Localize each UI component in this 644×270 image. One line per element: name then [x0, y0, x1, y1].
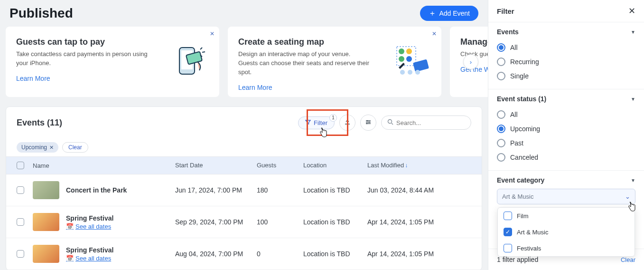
export-button[interactable] [339, 115, 355, 131]
col-start-date[interactable]: Start Date [175, 162, 257, 169]
search-input[interactable] [396, 119, 465, 126]
clear-filters-link[interactable]: Clear [621, 256, 635, 263]
calendar-icon: 📅 [66, 255, 74, 262]
sort-arrow-icon: ↓ [405, 162, 408, 169]
calendar-icon: 📅 [66, 223, 74, 230]
radio-events-single[interactable]: Single [497, 69, 635, 83]
close-panel-button[interactable]: ✕ [628, 6, 635, 16]
checkbox-icon [504, 244, 512, 252]
last-modified: Apr 14, 2024, 1:05 PM [367, 218, 471, 226]
chevron-right-icon: › [470, 58, 472, 66]
card-desc: Take contactless card payments in person… [16, 50, 149, 68]
learn-more-link[interactable]: Learn More [238, 84, 272, 91]
table-row[interactable]: Spring Festival 📅See all dates Sep 29, 2… [6, 206, 482, 238]
radio-icon [497, 125, 505, 133]
upload-icon [344, 119, 351, 127]
svg-point-12 [367, 120, 368, 121]
event-thumbnail [33, 181, 59, 199]
col-guests[interactable]: Guests [257, 162, 303, 169]
card-title: Guests can tap to pay [16, 37, 149, 47]
radio-events-recurring[interactable]: Recurring [497, 55, 635, 69]
select-all-checkbox[interactable] [17, 162, 24, 169]
table-header: Name Start Date Guests Location Last Mod… [6, 156, 482, 174]
seating-map-icon [393, 43, 431, 81]
search-box[interactable] [381, 116, 471, 130]
radio-icon [497, 153, 505, 162]
radio-status-past[interactable]: Past [497, 136, 635, 150]
location: Location is TBD [303, 250, 367, 258]
events-panel: Events (11) Filter 1 Upcoming ✕ [6, 106, 482, 270]
section-header-status[interactable]: Event status (1) ▼ [497, 95, 635, 103]
svg-point-10 [408, 70, 412, 75]
sliders-icon [365, 119, 372, 127]
section-header-events[interactable]: Events ▼ [497, 28, 635, 36]
promo-card-tap-to-pay: ✕ Guests can tap to pay Take contactless… [6, 27, 219, 97]
chevron-down-icon: ▼ [631, 96, 635, 102]
filter-tag-upcoming[interactable]: Upcoming ✕ [17, 142, 58, 153]
radio-icon [497, 139, 505, 147]
location: Location is TBD [303, 218, 367, 226]
row-checkbox[interactable] [17, 250, 24, 258]
remove-tag-icon[interactable]: ✕ [49, 145, 54, 151]
col-name[interactable]: Name [33, 162, 175, 169]
event-name: Concert in the Park [66, 186, 127, 194]
add-event-button[interactable]: ＋ Add Event [420, 6, 478, 21]
category-option-art-music[interactable]: ✓Art & Music [498, 224, 635, 240]
col-last-modified[interactable]: Last Modified↓ [367, 162, 471, 169]
filter-panel-title: Filter [497, 7, 514, 15]
radio-icon [497, 43, 505, 52]
last-modified: Jun 03, 2024, 8:44 AM [367, 186, 471, 194]
start-date: Jun 17, 2024, 7:00 PM [175, 186, 257, 194]
section-header-category[interactable]: Event category ▼ [497, 176, 635, 184]
chevron-down-icon: ▼ [631, 29, 635, 35]
chevron-down-icon: ▼ [631, 178, 635, 183]
row-checkbox[interactable] [17, 186, 24, 194]
filter-panel: Filter ✕ Events ▼ All Recurring Single E… [488, 0, 644, 270]
category-select[interactable]: Art & Music ⌄ Film ✓Art & Music Festival… [497, 189, 635, 204]
events-actions: Filter 1 [298, 115, 471, 131]
carousel-next-button[interactable]: › [463, 54, 478, 69]
start-date: Aug 04, 2024, 7:00 PM [175, 250, 257, 258]
svg-point-14 [366, 123, 368, 124]
radio-icon [497, 72, 505, 80]
page-header: Published ＋ Add Event [0, 0, 488, 27]
events-heading: Events (11) [17, 118, 62, 128]
search-icon [387, 119, 393, 126]
see-all-dates-link[interactable]: 📅See all dates [66, 223, 113, 230]
table-row[interactable]: Concert in the Park Jun 17, 2024, 7:00 P… [6, 174, 482, 206]
svg-point-15 [388, 120, 392, 124]
tag-label: Upcoming [21, 144, 47, 151]
plus-icon: ＋ [429, 10, 436, 17]
close-icon[interactable]: ✕ [210, 30, 215, 37]
svg-point-6 [399, 56, 404, 62]
chevron-down-icon: ⌄ [625, 193, 630, 200]
category-option-festivals[interactable]: Festivals [498, 240, 635, 256]
radio-icon [497, 58, 505, 66]
event-name: Spring Festival [66, 214, 113, 222]
promo-cards-row: ✕ Guests can tap to pay Take contactless… [0, 27, 488, 97]
last-modified: Apr 14, 2024, 1:05 PM [367, 250, 471, 258]
radio-events-all[interactable]: All [497, 40, 635, 55]
close-icon[interactable]: ✕ [432, 30, 437, 37]
svg-point-9 [400, 70, 405, 75]
col-location[interactable]: Location [303, 162, 367, 169]
filter-section-category: Event category ▼ Art & Music ⌄ Film ✓Art… [488, 170, 644, 210]
radio-status-upcoming[interactable]: Upcoming [497, 122, 635, 136]
category-option-film[interactable]: Film [498, 208, 635, 224]
category-placeholder: Art & Music [502, 193, 533, 200]
table-row[interactable]: Spring Festival 📅See all dates Aug 04, 2… [6, 238, 482, 270]
checkbox-icon [504, 212, 512, 220]
guests-count: 0 [257, 250, 303, 258]
radio-status-all[interactable]: All [497, 107, 635, 122]
promo-card-seating-map: ✕ Create a seating map Design an interac… [228, 27, 441, 97]
filter-button[interactable]: Filter 1 [298, 116, 335, 129]
radio-status-canceled[interactable]: Canceled [497, 150, 635, 164]
see-all-dates-link[interactable]: 📅See all dates [66, 255, 113, 262]
add-event-label: Add Event [439, 10, 470, 17]
clear-filters-button[interactable]: Clear [62, 142, 88, 153]
filter-section-events: Events ▼ All Recurring Single [488, 22, 644, 89]
row-checkbox[interactable] [17, 218, 24, 226]
customize-columns-button[interactable] [360, 115, 376, 131]
events-header: Events (11) Filter 1 [6, 107, 482, 138]
learn-more-link[interactable]: Learn More [16, 75, 50, 82]
